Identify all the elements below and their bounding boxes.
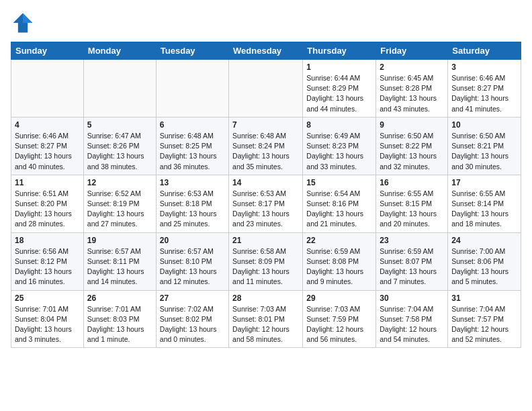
day-number: 15 <box>306 178 372 187</box>
day-number: 16 <box>380 178 444 187</box>
calendar-cell: 29Sunrise: 7:03 AM Sunset: 7:59 PM Dayli… <box>303 290 376 348</box>
calendar-cell: 12Sunrise: 6:52 AM Sunset: 8:19 PM Dayli… <box>83 175 156 232</box>
day-info: Sunrise: 6:46 AM Sunset: 8:27 PM Dayligh… <box>15 131 80 172</box>
day-info: Sunrise: 6:56 AM Sunset: 8:12 PM Dayligh… <box>15 246 80 287</box>
day-number: 14 <box>232 178 299 187</box>
day-number: 8 <box>306 120 372 130</box>
day-number: 9 <box>380 120 444 130</box>
day-number: 17 <box>451 178 517 187</box>
day-info: Sunrise: 6:48 AM Sunset: 8:24 PM Dayligh… <box>232 131 299 172</box>
weekday-header-sunday: Sunday <box>11 42 84 60</box>
logo-icon <box>11 11 35 35</box>
calendar-cell: 21Sunrise: 6:58 AM Sunset: 8:09 PM Dayli… <box>229 232 303 290</box>
day-info: Sunrise: 6:51 AM Sunset: 8:20 PM Dayligh… <box>15 189 80 230</box>
day-number: 19 <box>87 236 152 245</box>
calendar-cell: 5Sunrise: 6:47 AM Sunset: 8:26 PM Daylig… <box>83 117 156 175</box>
calendar-cell <box>229 60 303 118</box>
calendar-cell: 11Sunrise: 6:51 AM Sunset: 8:20 PM Dayli… <box>11 175 84 232</box>
day-number: 21 <box>232 236 299 245</box>
day-number: 29 <box>306 293 372 303</box>
calendar-cell: 2Sunrise: 6:45 AM Sunset: 8:28 PM Daylig… <box>376 60 448 118</box>
day-info: Sunrise: 6:50 AM Sunset: 8:22 PM Dayligh… <box>380 131 444 172</box>
calendar-cell: 28Sunrise: 7:03 AM Sunset: 8:01 PM Dayli… <box>229 290 303 348</box>
calendar-cell: 19Sunrise: 6:57 AM Sunset: 8:11 PM Dayli… <box>83 232 156 290</box>
day-number: 22 <box>306 236 372 245</box>
day-number: 24 <box>451 236 517 245</box>
day-number: 6 <box>160 120 225 130</box>
calendar-cell: 18Sunrise: 6:56 AM Sunset: 8:12 PM Dayli… <box>11 232 84 290</box>
calendar-cell: 17Sunrise: 6:55 AM Sunset: 8:14 PM Dayli… <box>448 175 521 232</box>
weekday-header-wednesday: Wednesday <box>229 42 303 60</box>
day-info: Sunrise: 7:00 AM Sunset: 8:06 PM Dayligh… <box>451 246 517 287</box>
calendar-cell: 4Sunrise: 6:46 AM Sunset: 8:27 PM Daylig… <box>11 117 84 175</box>
day-info: Sunrise: 6:57 AM Sunset: 8:11 PM Dayligh… <box>87 246 152 287</box>
calendar: SundayMondayTuesdayWednesdayThursdayFrid… <box>11 42 521 348</box>
weekday-header-friday: Friday <box>376 42 448 60</box>
day-info: Sunrise: 6:45 AM Sunset: 8:28 PM Dayligh… <box>380 73 444 114</box>
calendar-cell: 13Sunrise: 6:53 AM Sunset: 8:18 PM Dayli… <box>156 175 228 232</box>
day-info: Sunrise: 6:47 AM Sunset: 8:26 PM Dayligh… <box>87 131 152 172</box>
day-number: 23 <box>380 236 444 245</box>
day-info: Sunrise: 7:03 AM Sunset: 7:59 PM Dayligh… <box>306 304 372 345</box>
calendar-cell: 6Sunrise: 6:48 AM Sunset: 8:25 PM Daylig… <box>156 117 228 175</box>
page-container: SundayMondayTuesdayWednesdayThursdayFrid… <box>0 0 532 353</box>
day-info: Sunrise: 6:53 AM Sunset: 8:17 PM Dayligh… <box>232 189 299 230</box>
day-number: 11 <box>15 178 80 187</box>
calendar-cell: 20Sunrise: 6:57 AM Sunset: 8:10 PM Dayli… <box>156 232 228 290</box>
weekday-header-thursday: Thursday <box>303 42 376 60</box>
day-info: Sunrise: 6:53 AM Sunset: 8:18 PM Dayligh… <box>160 189 225 230</box>
day-number: 26 <box>87 293 152 303</box>
day-number: 4 <box>15 120 80 130</box>
calendar-cell: 25Sunrise: 7:01 AM Sunset: 8:04 PM Dayli… <box>11 290 84 348</box>
day-info: Sunrise: 6:59 AM Sunset: 8:07 PM Dayligh… <box>380 246 444 287</box>
logo <box>11 11 38 35</box>
calendar-cell: 15Sunrise: 6:54 AM Sunset: 8:16 PM Dayli… <box>303 175 376 232</box>
day-info: Sunrise: 6:49 AM Sunset: 8:23 PM Dayligh… <box>306 131 372 172</box>
day-info: Sunrise: 7:01 AM Sunset: 8:04 PM Dayligh… <box>15 304 80 345</box>
header <box>11 11 521 35</box>
calendar-cell: 7Sunrise: 6:48 AM Sunset: 8:24 PM Daylig… <box>229 117 303 175</box>
day-number: 31 <box>451 293 517 303</box>
day-number: 28 <box>232 293 299 303</box>
day-info: Sunrise: 6:44 AM Sunset: 8:29 PM Dayligh… <box>306 73 372 114</box>
day-info: Sunrise: 6:58 AM Sunset: 8:09 PM Dayligh… <box>232 246 299 287</box>
day-number: 25 <box>15 293 80 303</box>
day-number: 1 <box>306 62 372 72</box>
day-info: Sunrise: 7:04 AM Sunset: 7:57 PM Dayligh… <box>451 304 517 345</box>
calendar-cell: 16Sunrise: 6:55 AM Sunset: 8:15 PM Dayli… <box>376 175 448 232</box>
day-info: Sunrise: 6:46 AM Sunset: 8:27 PM Dayligh… <box>451 73 517 114</box>
day-number: 27 <box>160 293 225 303</box>
day-number: 12 <box>87 178 152 187</box>
day-info: Sunrise: 6:57 AM Sunset: 8:10 PM Dayligh… <box>160 246 225 287</box>
weekday-header-saturday: Saturday <box>448 42 521 60</box>
day-number: 13 <box>160 178 225 187</box>
calendar-cell: 14Sunrise: 6:53 AM Sunset: 8:17 PM Dayli… <box>229 175 303 232</box>
calendar-cell: 22Sunrise: 6:59 AM Sunset: 8:08 PM Dayli… <box>303 232 376 290</box>
calendar-cell: 8Sunrise: 6:49 AM Sunset: 8:23 PM Daylig… <box>303 117 376 175</box>
day-number: 10 <box>451 120 517 130</box>
day-info: Sunrise: 6:55 AM Sunset: 8:15 PM Dayligh… <box>380 189 444 230</box>
day-info: Sunrise: 6:48 AM Sunset: 8:25 PM Dayligh… <box>160 131 225 172</box>
day-info: Sunrise: 7:03 AM Sunset: 8:01 PM Dayligh… <box>232 304 299 345</box>
day-info: Sunrise: 6:54 AM Sunset: 8:16 PM Dayligh… <box>306 189 372 230</box>
day-info: Sunrise: 7:04 AM Sunset: 7:58 PM Dayligh… <box>380 304 444 345</box>
day-number: 18 <box>15 236 80 245</box>
calendar-week-5: 25Sunrise: 7:01 AM Sunset: 8:04 PM Dayli… <box>11 290 521 348</box>
day-info: Sunrise: 6:55 AM Sunset: 8:14 PM Dayligh… <box>451 189 517 230</box>
calendar-cell <box>11 60 84 118</box>
day-number: 7 <box>232 120 299 130</box>
calendar-cell <box>83 60 156 118</box>
day-number: 2 <box>380 62 444 72</box>
svg-marker-1 <box>23 13 32 23</box>
calendar-cell: 31Sunrise: 7:04 AM Sunset: 7:57 PM Dayli… <box>448 290 521 348</box>
calendar-cell: 9Sunrise: 6:50 AM Sunset: 8:22 PM Daylig… <box>376 117 448 175</box>
calendar-cell <box>156 60 228 118</box>
calendar-cell: 10Sunrise: 6:50 AM Sunset: 8:21 PM Dayli… <box>448 117 521 175</box>
day-info: Sunrise: 7:02 AM Sunset: 8:02 PM Dayligh… <box>160 304 225 345</box>
calendar-week-2: 4Sunrise: 6:46 AM Sunset: 8:27 PM Daylig… <box>11 117 521 175</box>
calendar-cell: 1Sunrise: 6:44 AM Sunset: 8:29 PM Daylig… <box>303 60 376 118</box>
weekday-header-monday: Monday <box>83 42 156 60</box>
calendar-cell: 23Sunrise: 6:59 AM Sunset: 8:07 PM Dayli… <box>376 232 448 290</box>
day-number: 30 <box>380 293 444 303</box>
day-info: Sunrise: 7:01 AM Sunset: 8:03 PM Dayligh… <box>87 304 152 345</box>
